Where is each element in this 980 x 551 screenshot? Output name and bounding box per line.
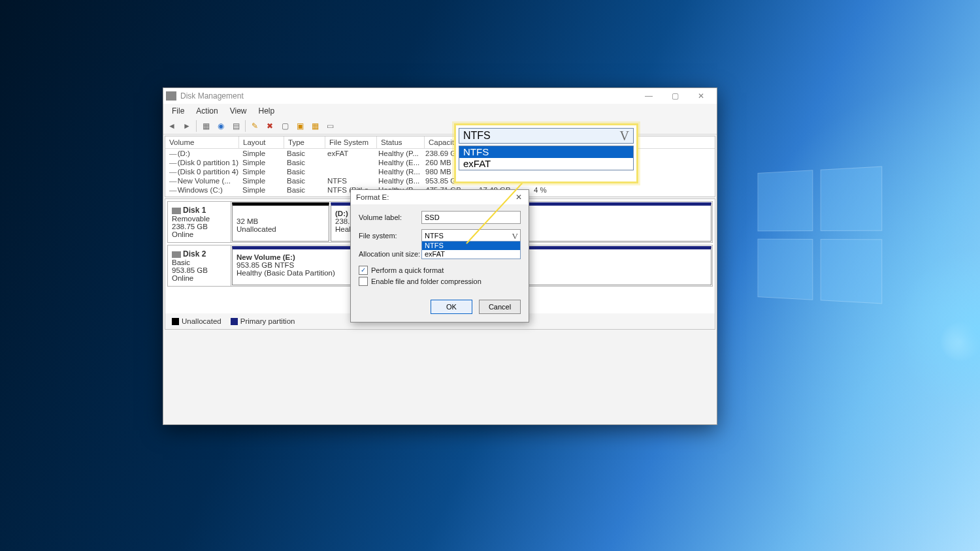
callout-selected[interactable]: NTFS V [459,128,634,144]
separator [196,120,197,132]
forward-icon[interactable]: ► [181,120,193,132]
volume-label-label: Volume label: [359,213,421,221]
back-icon[interactable]: ◄ [166,120,178,132]
help-icon[interactable]: ✎ [249,120,261,132]
checkbox-icon [359,266,368,275]
dialog-title: Format E: [356,193,389,201]
show-hide-icon[interactable]: ▦ [200,120,212,132]
disk1-unallocated[interactable]: 32 MB Unallocated [232,202,329,242]
quick-format-checkbox[interactable]: Perform a quick format [359,266,521,275]
filesystem-zoom-callout: NTFS V NTFS exFAT [454,123,638,183]
disk1-part-letter: (D:) [335,210,348,217]
action1-icon[interactable]: ▢ [279,120,291,132]
action2-icon[interactable]: ▣ [294,120,306,132]
callout-selected-value: NTFS [463,130,491,141]
col-status[interactable]: Status [377,136,425,148]
ok-button[interactable]: OK [431,300,472,314]
allocation-unit-label: Allocation unit size: [359,250,421,258]
disk2-part-label: New Volume (E:) [237,253,295,261]
disk2-size: 953.85 GB [172,266,208,274]
checkbox-icon [359,277,368,286]
col-type[interactable]: Type [284,136,325,148]
menubar: File Action View Help [163,104,717,118]
disk2-name: Disk 2 [183,249,206,259]
filesystem-value: NTFS [425,232,444,240]
window-title: Disk Management [180,91,244,101]
callout-option-list: NTFS exFAT [459,146,634,170]
col-layout[interactable]: Layout [239,136,284,148]
legend-primary: Primary partition [240,317,295,325]
action3-icon[interactable]: ▦ [309,120,321,132]
separator [245,120,246,132]
legend-unallocated: Unallocated [182,317,221,325]
fs-option-exfat[interactable]: exFAT [422,250,520,259]
dialog-titlebar[interactable]: Format E: ✕ [351,190,529,204]
disk2-state: Online [172,274,193,282]
disk1-state: Online [172,230,193,238]
disk-icon [172,208,181,214]
legend-swatch-unallocated [172,318,179,325]
filesystem-dropdown-list[interactable]: NTFS exFAT [421,241,521,259]
fs-option-ntfs[interactable]: NTFS [422,242,520,250]
disk1-name: Disk 1 [183,206,206,215]
disk-icon [172,251,181,258]
cancel-button[interactable]: Cancel [479,300,521,314]
disk1-unalloc-label: Unallocated [237,225,276,233]
volume-label-input[interactable]: SSD [421,211,521,224]
quick-format-label: Perform a quick format [371,266,444,274]
maximize-button[interactable]: ▢ [662,88,688,104]
filesystem-label: File system: [359,232,421,240]
compression-checkbox[interactable]: Enable file and folder compression [359,277,521,286]
disk1-size: 238.75 GB [172,223,208,230]
disk2-kind: Basic [172,259,190,266]
windows-logo [758,166,883,304]
callout-option-ntfs[interactable]: NTFS [459,146,633,158]
menu-view[interactable]: View [224,105,253,117]
delete-icon[interactable]: ✖ [264,120,276,132]
disk2-info: Disk 2 Basic 953.85 GB Online [168,245,231,286]
menu-action[interactable]: Action [190,105,223,117]
legend-swatch-primary [231,318,238,325]
action4-icon[interactable]: ▭ [324,120,336,132]
menu-help[interactable]: Help [253,105,281,117]
close-button[interactable]: ✕ [688,88,714,104]
disk1-kind: Removable [172,215,210,223]
menu-file[interactable]: File [166,105,190,117]
compression-label: Enable file and folder compression [371,277,482,285]
disk1-unalloc-size: 32 MB [237,217,258,225]
app-icon [166,91,176,101]
chevron-down-icon: V [620,129,629,143]
format-dialog: Format E: ✕ Volume label: SSD File syste… [350,189,529,323]
dialog-close-button[interactable]: ✕ [509,190,529,204]
col-filesystem[interactable]: File System [325,136,377,148]
filesystem-dropdown[interactable]: NTFS V NTFS exFAT [421,229,521,242]
minimize-button[interactable]: — [636,88,662,104]
refresh-icon[interactable]: ◉ [215,120,227,132]
disk1-info: Disk 1 Removable 238.75 GB Online [168,202,231,242]
disk2-part-size: 953.85 GB NTFS [237,261,294,269]
callout-option-exfat[interactable]: exFAT [459,158,633,170]
col-volume[interactable]: Volume [165,136,239,148]
titlebar[interactable]: Disk Management — ▢ ✕ [163,88,717,104]
properties-icon[interactable]: ▤ [230,120,242,132]
disk2-part-status: Healthy (Basic Data Partition) [237,269,335,277]
